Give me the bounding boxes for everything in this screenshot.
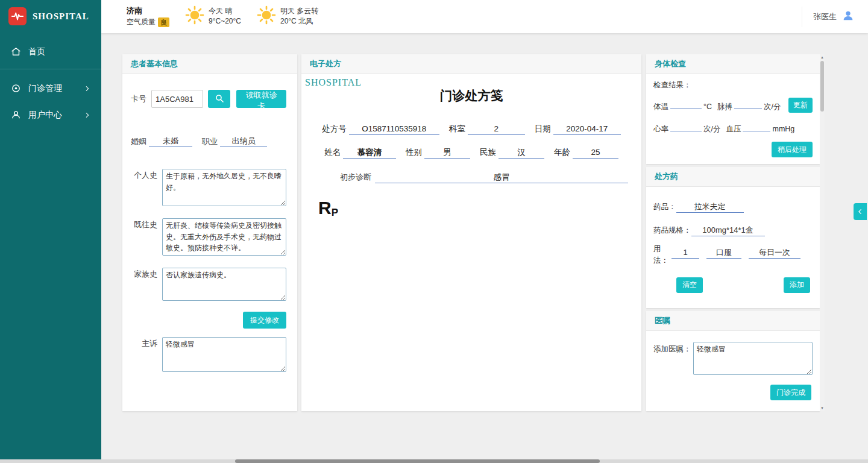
department-value: 2 (468, 124, 525, 135)
pulse-unit: 次/分 (764, 102, 781, 112)
heartbeat-logo-icon (8, 7, 27, 25)
temperature-label: 体温 (653, 102, 668, 112)
blood-pressure-unit: mmHg (772, 125, 794, 133)
past-history-textarea[interactable]: 无肝炎、结核等传染病史及密切接触史。无重大外伤及手术史，无药物过敏史。预防接种史… (162, 218, 286, 256)
weather-tomorrow-label: 明天 多云转 (280, 6, 318, 16)
temperature-unit: °C (703, 102, 712, 111)
doctor-name: 张医生 (813, 11, 837, 22)
weather-today-group: 今天 晴 9°C~20°C (185, 5, 241, 27)
drug-spec-value: 100mg*14*1盒 (691, 225, 765, 236)
ethnicity-label: 民族 (480, 147, 496, 158)
prescription-panel-title: 电子处方 (301, 54, 641, 74)
usage-frequency-value: 每日一次 (749, 247, 800, 259)
heart-rate-unit: 次/分 (703, 124, 720, 134)
card-number-label: 卡号 (131, 93, 146, 104)
search-card-button[interactable] (208, 90, 230, 108)
add-drug-button[interactable]: 添加 (784, 277, 810, 293)
sidebar-item-label: 首页 (28, 46, 45, 57)
prescription-no-label: 处方号 (322, 124, 347, 134)
prescription-watermark: SHOSPITAL (305, 77, 362, 88)
air-quality-label: 空气质量 (127, 17, 156, 27)
process-later-button[interactable]: 稍后处理 (772, 142, 813, 157)
temperature-value[interactable] (670, 98, 702, 109)
physical-exam-card: 身体检查 检查结果： 体温 °C 脉搏 次/分 更新 心率 次/分 血压 (646, 54, 820, 164)
top-header: 济南 空气质量 良 今天 晴 9°C~20°C 明天 多云转 20°C (101, 0, 868, 33)
rp-sub: P (332, 207, 338, 218)
past-history-label: 既往史 (131, 218, 157, 230)
name-value: 慕容清 (343, 147, 396, 159)
chief-complaint-textarea[interactable]: 轻微感冒 (162, 337, 286, 372)
date-value: 2020-04-17 (553, 124, 621, 135)
heart-rate-value[interactable] (670, 120, 702, 131)
submit-changes-button[interactable]: 提交修改 (243, 312, 286, 329)
rp-main: R (318, 198, 332, 218)
chevron-right-icon (84, 112, 90, 118)
weather-tomorrow-temp: 20°C 北风 (280, 16, 318, 27)
right-column: 身体检查 检查结果： 体温 °C 脉搏 次/分 更新 心率 次/分 血压 (646, 54, 825, 411)
rp-symbol: RP (318, 198, 628, 218)
read-card-button[interactable]: 读取就诊卡 (236, 90, 286, 108)
blood-pressure-value[interactable] (743, 120, 770, 131)
app-logo: SHOSPITAL (0, 0, 101, 33)
marriage-value: 未婚 (149, 136, 192, 147)
sun-icon (257, 5, 276, 27)
scroll-down-arrow[interactable]: ▼ (820, 405, 825, 411)
chevron-right-icon (84, 86, 90, 92)
prescription-panel: 电子处方 SHOSPITAL 门诊处方笺 处方号 O1587110535918 … (301, 54, 641, 411)
age-label: 年龄 (554, 147, 570, 158)
gender-value: 男 (424, 147, 470, 159)
outpatient-complete-button[interactable]: 门诊完成 (770, 385, 811, 400)
medical-advice-title: 医嘱 (646, 311, 820, 331)
app-title: SHOSPITAL (33, 11, 89, 22)
usage-label: 用法： (653, 244, 671, 266)
exam-result-label: 检查结果： (653, 80, 813, 90)
horizontal-scrollbar[interactable] (0, 459, 868, 463)
pulse-value[interactable] (734, 98, 762, 109)
add-advice-label: 添加医嘱： (653, 342, 693, 354)
clear-button[interactable]: 清空 (676, 277, 703, 293)
department-label: 科室 (449, 124, 465, 134)
family-history-textarea[interactable]: 否认家族遗传病史。 (162, 268, 286, 301)
medical-advice-card: 医嘱 添加医嘱： 轻微感冒 门诊完成 (646, 311, 820, 411)
card-number-input[interactable] (151, 90, 203, 108)
family-history-label: 家族史 (131, 268, 157, 280)
sidebar-item-label: 门诊管理 (28, 83, 62, 94)
doctor-avatar-icon[interactable] (841, 9, 855, 25)
usage-quantity-value: 1 (671, 247, 699, 259)
pulse-label: 脉搏 (717, 102, 732, 112)
blood-pressure-label: 血压 (726, 124, 741, 134)
vertical-scrollbar[interactable]: ▲ ▼ (820, 54, 825, 411)
occupation-value: 出纳员 (220, 136, 267, 147)
date-label: 日期 (535, 124, 551, 134)
occupation-label: 职业 (202, 136, 218, 147)
diagnosis-value: 感冒 (375, 172, 628, 183)
name-label: 姓名 (324, 147, 341, 158)
sidebar-item-user-center[interactable]: 用户中心 (0, 102, 101, 128)
horizontal-scrollbar-thumb[interactable] (235, 459, 600, 463)
user-menu[interactable]: 张医生 (802, 7, 868, 27)
gender-label: 性别 (406, 147, 422, 158)
update-button[interactable]: 更新 (788, 98, 813, 113)
sidebar-item-outpatient[interactable]: 门诊管理 (0, 75, 101, 102)
user-icon (11, 110, 22, 121)
marriage-label: 婚姻 (131, 136, 146, 147)
usage-route-value: 口服 (706, 247, 741, 259)
advice-textarea[interactable]: 轻微感冒 (693, 342, 813, 375)
weather-today-temp: 9°C~20°C (209, 16, 241, 27)
collapse-panel-button[interactable] (854, 203, 867, 220)
scrollbar-thumb[interactable] (820, 61, 824, 112)
outpatient-icon (11, 83, 22, 94)
search-icon (215, 93, 224, 105)
physical-exam-title: 身体检查 (646, 54, 820, 74)
air-quality-badge: 良 (158, 17, 169, 27)
personal-history-label: 个人史 (131, 169, 157, 181)
prescription-drug-title: 处方药 (646, 167, 820, 187)
personal-history-textarea[interactable]: 生于原籍，无外地久居史，无不良嗜好。 (162, 169, 286, 206)
scroll-up-arrow[interactable]: ▲ (820, 54, 825, 60)
patient-info-panel: 患者基本信息 卡号 读取就诊卡 婚姻 未婚 职业 出纳员 个人史 生于原籍，无外… (122, 54, 297, 411)
drug-spec-label: 药品规格： (653, 225, 691, 236)
diagnosis-label: 初步诊断 (340, 172, 371, 183)
drug-name-label: 药品： (653, 202, 676, 212)
sidebar-item-home[interactable]: 首页 (0, 39, 101, 65)
weather-tomorrow-group: 明天 多云转 20°C 北风 (257, 5, 318, 27)
